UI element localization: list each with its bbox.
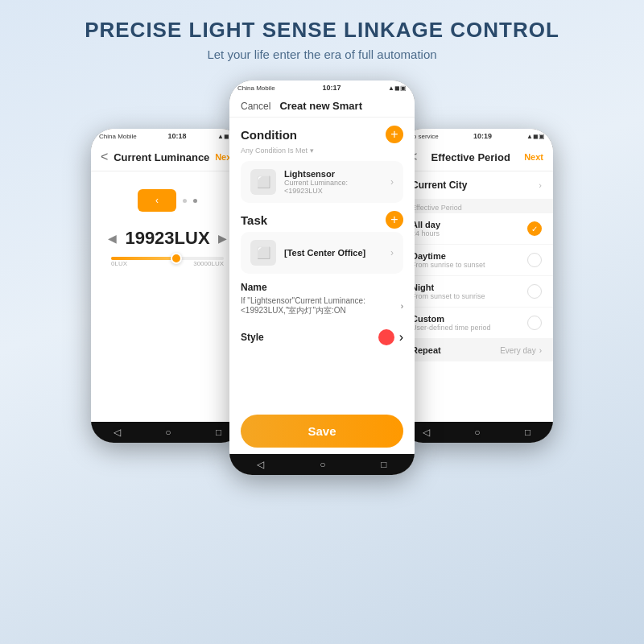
right-content: Current City › Effective Period All day … [400, 171, 553, 422]
daytime-sub: From sunrise to sunset [411, 261, 485, 269]
center-nav-back[interactable]: ◁ [257, 459, 264, 470]
phones-container: China Mobile 10:18 ▲◼▣ < Current Luminan… [0, 72, 644, 475]
cancel-btn[interactable]: Cancel [241, 101, 270, 112]
right-app-header: < Effective Period Next [400, 143, 553, 171]
repeat-row[interactable]: Repeat Every day › [400, 339, 553, 361]
header-section: PRECISE LIGHT SENSE LINKAGE CONTROL Let … [0, 0, 644, 72]
left-bottom-nav: ◁ ○ □ [91, 422, 244, 443]
lux-left-arrow: ◀ [108, 232, 117, 245]
left-nav-home[interactable]: ○ [165, 427, 171, 438]
night-sub: From sunset to sunrise [411, 292, 485, 300]
allday-label: All day [411, 220, 440, 229]
lux-min-label: 0LUX [111, 260, 127, 267]
center-status-bar: China Mobile 10:17 ▲◼▣ [229, 80, 415, 95]
sensor-name: Lightsensor [284, 169, 382, 179]
left-screen-title: Current Luminance [114, 151, 209, 163]
right-nav-back[interactable]: ◁ [423, 427, 430, 438]
task-title: Task [241, 213, 267, 227]
period-allday[interactable]: All day 24 hours ✓ [400, 213, 553, 245]
name-text: If "Lightsensor"Current Luminance:<19923… [241, 296, 401, 316]
custom-radio[interactable] [527, 316, 542, 330]
daytime-text: Daytime From sunrise to sunset [411, 251, 485, 269]
lux-labels: 0LUX 30000LUX [111, 260, 224, 267]
condition-card[interactable]: ⬜ Lightsensor Current Luminance:<19923LU… [241, 161, 403, 203]
condition-title: Condition [241, 128, 297, 142]
phone-center: China Mobile 10:17 ▲◼▣ Cancel Creat new … [229, 80, 415, 475]
lux-slider-fill [111, 257, 173, 260]
style-row: Style › [241, 324, 403, 350]
daytime-radio[interactable] [527, 253, 542, 267]
center-nav-recents[interactable]: □ [381, 459, 386, 470]
task-card[interactable]: ⬜ [Test Center Office] › [241, 232, 403, 274]
night-radio[interactable] [527, 284, 542, 299]
right-next-btn[interactable]: Next [524, 152, 543, 162]
center-screen: China Mobile 10:17 ▲◼▣ Cancel Creat new … [229, 80, 415, 475]
center-content: Condition + Any Condition Is Met ▾ ⬜ Lig… [229, 118, 415, 408]
night-label: Night [411, 283, 485, 292]
center-screen-title: Creat new Smart [279, 100, 362, 112]
city-label: Current City [411, 180, 467, 191]
center-status-icons: ▲◼▣ [388, 85, 407, 92]
task-header: Task + [241, 211, 403, 229]
phone-right: No service 10:19 ▲◼▣ < Effective Period … [400, 129, 553, 443]
right-screen-title: Effective Period [431, 151, 510, 163]
repeat-label: Repeat [411, 345, 441, 355]
lux-thumb[interactable]: ‹ [138, 189, 176, 212]
left-nav-back[interactable]: ◁ [114, 427, 121, 438]
left-nav-recents[interactable]: □ [216, 427, 221, 438]
task-chevron: › [390, 247, 394, 258]
task-add-btn[interactable]: + [386, 211, 403, 229]
style-chevron: › [399, 330, 403, 345]
sensor-chevron: › [390, 176, 394, 188]
lux-value: 19923LUX [125, 228, 209, 249]
center-top-bar: Cancel Creat new Smart [229, 95, 415, 118]
lux-slider-track[interactable] [111, 257, 224, 260]
center-nav-home[interactable]: ○ [320, 459, 325, 470]
task-name: [Test Center Office] [284, 248, 382, 258]
daytime-label: Daytime [411, 251, 485, 261]
phone-left: China Mobile 10:18 ▲◼▣ < Current Luminan… [91, 129, 244, 443]
right-status-icons: ▲◼▣ [526, 133, 545, 140]
sensor-icon: ⬜ [250, 169, 276, 195]
style-label: Style [241, 332, 264, 343]
right-status-bar: No service 10:19 ▲◼▣ [400, 129, 553, 143]
right-screen: No service 10:19 ▲◼▣ < Effective Period … [400, 129, 553, 443]
center-carrier: China Mobile [237, 85, 275, 92]
condition-add-btn[interactable]: + [386, 126, 403, 143]
sensor-sub: Current Luminance:<19923LUX [284, 179, 382, 195]
custom-label: Custom [411, 314, 491, 324]
name-section: Name If "Lightsensor"Current Luminance:<… [241, 282, 403, 316]
left-status-bar: China Mobile 10:18 ▲◼▣ [91, 129, 244, 143]
period-daytime[interactable]: Daytime From sunrise to sunset [400, 245, 553, 276]
allday-check: ✓ [527, 221, 542, 236]
lux-right-arrow: ▶ [218, 232, 227, 245]
city-row[interactable]: Current City › [400, 171, 553, 200]
sensor-text: Lightsensor Current Luminance:<19923LUX [284, 169, 382, 195]
night-text: Night From sunset to sunrise [411, 283, 485, 300]
left-time: 10:18 [167, 132, 186, 140]
name-label: Name [241, 282, 403, 293]
repeat-value: Every day › [500, 346, 542, 355]
effective-period-label: Effective Period [400, 200, 553, 213]
right-nav-home[interactable]: ○ [474, 427, 480, 438]
condition-header: Condition + [241, 126, 403, 143]
right-bottom-nav: ◁ ○ □ [400, 422, 553, 443]
allday-sub: 24 hours [411, 229, 440, 237]
left-back-btn[interactable]: < [101, 150, 108, 164]
lux-screen: ‹ ◀ 19923LUX ▶ 0LUX 30000LUX [91, 171, 244, 422]
center-time: 10:17 [322, 84, 341, 92]
right-nav-recents[interactable]: □ [525, 427, 530, 438]
name-value: If "Lightsensor"Current Luminance:<19923… [241, 296, 403, 316]
lux-max-label: 30000LUX [193, 260, 224, 267]
period-night[interactable]: Night From sunset to sunrise [400, 276, 553, 308]
task-icon: ⬜ [250, 240, 276, 266]
sub-title: Let your life enter the era of full auto… [16, 47, 628, 61]
repeat-chevron: › [539, 346, 542, 355]
style-right: › [378, 329, 403, 345]
main-title: PRECISE LIGHT SENSE LINKAGE CONTROL [16, 18, 628, 43]
save-btn[interactable]: Save [241, 415, 403, 448]
left-screen: China Mobile 10:18 ▲◼▣ < Current Luminan… [91, 129, 244, 443]
period-custom[interactable]: Custom User-defined time period [400, 308, 553, 339]
task-text: [Test Center Office] [284, 248, 382, 258]
style-color-dot[interactable] [378, 329, 394, 345]
